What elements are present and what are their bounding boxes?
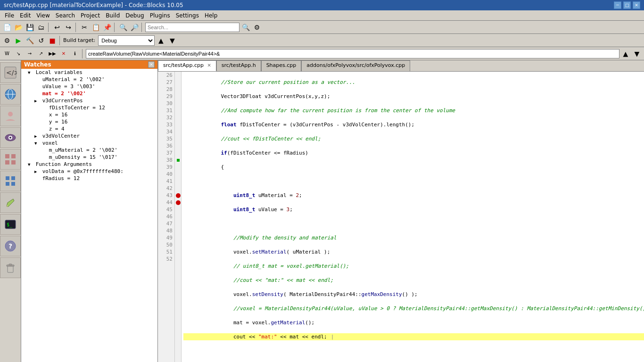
sidebar-icon-grid[interactable]	[0, 149, 21, 170]
cut-button[interactable]: ✂	[79, 22, 90, 33]
nav-up[interactable]: ▲	[620, 49, 631, 59]
search-go-button[interactable]: 🔍	[240, 22, 251, 33]
watches-close-button[interactable]: ✕	[148, 61, 155, 68]
build-target-up[interactable]: ▲	[156, 35, 166, 46]
svg-rect-25	[9, 264, 12, 265]
svg-rect-11	[5, 160, 9, 165]
debug-stop-debug[interactable]: ✕	[58, 49, 69, 59]
sidebar-icon-1[interactable]: </>	[0, 62, 21, 83]
sidebar-icon-question[interactable]: ?	[0, 236, 21, 256]
debug-step-out[interactable]: ↗	[36, 49, 46, 59]
sidebar-icon-2[interactable]	[0, 84, 21, 105]
debug-run-btn[interactable]: ▶	[13, 35, 24, 46]
code-line-36	[183, 220, 644, 227]
menu-view[interactable]: View	[33, 11, 52, 20]
sidebar-icon-terminal[interactable]: $_	[0, 214, 21, 235]
save-all-button[interactable]: 🗂	[36, 22, 46, 33]
tab-shapes-cpp-label: Shapes.cpp	[266, 62, 297, 68]
watches-fn-args[interactable]: ▼ Function Arguments	[21, 161, 157, 168]
build-target-select[interactable]: Debug Release	[98, 35, 155, 46]
breakpoint-44[interactable]	[176, 200, 181, 205]
build-target-down[interactable]: ▼	[167, 35, 177, 46]
top-section: Watches ✕ ▼ Local variables uMaterial = …	[21, 60, 644, 362]
watches-fradius[interactable]: fRadius = 12	[21, 175, 157, 182]
debug-build-btn[interactable]: 🔨	[25, 35, 35, 46]
watches-uvalue[interactable]: uValue = 3 '\003'	[21, 83, 157, 90]
menu-edit[interactable]: Edit	[17, 11, 33, 20]
close-button[interactable]: ✕	[633, 1, 640, 9]
menu-search[interactable]: Search	[53, 11, 78, 20]
code-line-41: voxel.setDensity( MaterialDensityPair44:…	[183, 291, 644, 298]
open-button[interactable]: 📂	[13, 22, 24, 33]
save-button[interactable]: 💾	[25, 22, 35, 33]
find-button[interactable]: 🔍	[118, 22, 128, 33]
watches-mat[interactable]: mat = 2 '\002'	[21, 90, 157, 97]
watches-y[interactable]: y = 16	[21, 118, 157, 125]
breakpoint-43[interactable]	[176, 193, 181, 198]
copy-button[interactable]: 📋	[91, 22, 101, 33]
editor-area: src/testApp.cpp ✕ src/testApp.h Shapes.c…	[158, 60, 644, 362]
replace-button[interactable]: 🔎	[129, 22, 140, 33]
new-button[interactable]: 📄	[2, 22, 12, 33]
toolbar-debug: ⚙ ▶ 🔨 ↺ ■ Build target: Debug Release ▲ …	[0, 34, 644, 47]
debug-step-over[interactable]: →	[25, 49, 35, 59]
menu-project[interactable]: Project	[78, 11, 103, 20]
watches-v3dvolcenter-label: v3dVolCenter	[42, 133, 80, 139]
watches-fn-args-label: Function Arguments	[36, 161, 92, 167]
sidebar-icon-trash[interactable]	[0, 257, 21, 278]
debug-stop-btn[interactable]: ■	[47, 35, 58, 46]
tab-shapes-cpp[interactable]: Shapes.cpp	[261, 60, 302, 71]
svg-rect-9	[5, 154, 9, 158]
menu-settings[interactable]: Settings	[173, 11, 202, 20]
menu-help[interactable]: Help	[202, 11, 220, 20]
watches-fdisttocenter[interactable]: fDistToCenter = 12	[21, 104, 157, 111]
svg-rect-16	[11, 182, 15, 186]
debug-step-in[interactable]: ↘	[13, 49, 24, 59]
undo-button[interactable]: ↩	[52, 22, 62, 33]
code-line-28: //And compute how far the current positi…	[183, 107, 644, 114]
code-line-39: // uint8_t mat = voxel.getMaterial();	[183, 263, 644, 270]
watches-x[interactable]: x = 16	[21, 111, 157, 118]
watches-mudensity[interactable]: m_uDensity = 15 '\017'	[21, 154, 157, 161]
watches-local-vars[interactable]: ▼ Local variables	[21, 69, 157, 76]
code-line-33	[183, 178, 644, 185]
debug-info[interactable]: ℹ	[70, 49, 80, 59]
menu-plugins[interactable]: Plugins	[147, 11, 173, 20]
watches-header: Watches ✕	[21, 60, 157, 69]
debug-settings-btn[interactable]: ⚙	[2, 35, 12, 46]
maximize-button[interactable]: □	[623, 1, 631, 9]
debug-watches-btn[interactable]: W	[2, 49, 12, 59]
svg-text:$_: $_	[7, 222, 13, 228]
nav-combo-input[interactable]	[86, 49, 619, 58]
sidebar-icon-eye[interactable]	[0, 127, 21, 148]
search-input[interactable]	[145, 23, 239, 32]
menu-file[interactable]: File	[2, 11, 17, 20]
tab-testapp-cpp-close[interactable]: ✕	[207, 63, 211, 68]
code-content[interactable]: //Store our current position as a vector…	[182, 72, 644, 362]
tab-ofxpolyvox-cpp[interactable]: addons/ofxPolyvox/src/ofxPolyvox.cpp	[301, 60, 410, 71]
code-line-34: uint8_t uMaterial = 2;	[183, 192, 644, 199]
redo-button[interactable]: ↪	[63, 22, 74, 33]
watches-v3dvolcenter[interactable]: ▶ v3dVolCenter	[21, 132, 157, 140]
debug-continue[interactable]: ▶▶	[47, 49, 58, 59]
watches-voldata[interactable]: ▶ volData = @0x7fffffffe480:	[21, 168, 157, 175]
watches-mumaterial[interactable]: m_uMaterial = 2 '\002'	[21, 147, 157, 154]
watches-z[interactable]: z = 4	[21, 125, 157, 132]
minimize-button[interactable]: ─	[614, 1, 621, 9]
search-options-button[interactable]: ⚙	[252, 22, 262, 33]
watches-umaterial[interactable]: uMaterial = 2 '\002'	[21, 76, 157, 83]
paste-button[interactable]: 📌	[102, 22, 112, 33]
watches-v3dcurrentpos[interactable]: ▶ v3dCurrentPos	[21, 97, 157, 104]
nav-down[interactable]: ▼	[632, 49, 642, 59]
sidebar-icon-pencil[interactable]	[0, 192, 21, 213]
menu-build[interactable]: Build	[103, 11, 123, 20]
sep3	[114, 23, 116, 32]
editor[interactable]: 26 27 28 29 30 31 32 33 34 35 36 37 38 3…	[158, 72, 644, 362]
sidebar-icon-blocks[interactable]	[0, 171, 21, 191]
menu-debug[interactable]: Debug	[123, 11, 147, 20]
debug-rebuild-btn[interactable]: ↺	[36, 35, 46, 46]
sidebar-icon-3[interactable]	[0, 106, 21, 126]
tab-testapp-h[interactable]: src/testApp.h	[216, 60, 261, 71]
tab-testapp-cpp[interactable]: src/testApp.cpp ✕	[158, 60, 216, 71]
watches-voxel[interactable]: ▼ voxel	[21, 140, 157, 147]
